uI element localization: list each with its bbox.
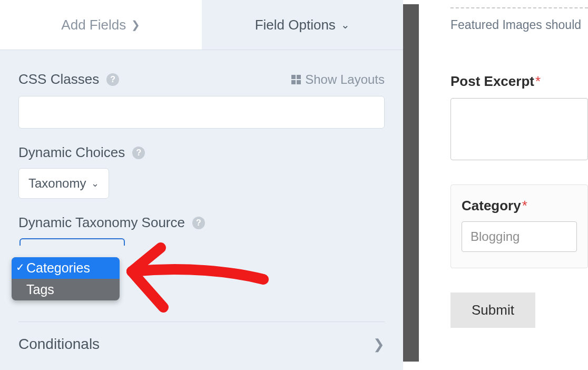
required-star: * [522,198,527,213]
form-preview: Featured Images should Post Excerpt* Cat… [419,0,588,370]
panel-body: CSS Classes ? Show Layouts Dynamic Choic… [0,50,403,366]
chevron-down-icon: ⌄ [341,18,350,31]
panel-gap [403,0,419,370]
chevron-right-icon: ❯ [373,336,385,353]
dynamic-taxonomy-source-select[interactable] [19,238,125,246]
dashed-placeholder [450,3,588,8]
featured-images-hint: Featured Images should [450,18,588,32]
chevron-right-icon: ❯ [131,18,140,31]
required-star: * [535,73,541,89]
field-options-panel: Add Fields ❯ Field Options ⌄ CSS Classes… [0,0,403,370]
category-value: Blogging [471,229,520,244]
help-icon[interactable]: ? [106,73,119,86]
post-excerpt-textarea[interactable] [450,98,588,160]
dynamic-choices-select[interactable]: Taxonomy ⌄ [18,168,109,199]
css-classes-label: CSS Classes [18,71,99,87]
show-layouts-button[interactable]: Show Layouts [291,72,385,87]
taxonomy-source-dropdown: Categories Tags [12,257,120,300]
dropdown-option-categories[interactable]: Categories [12,257,120,279]
tab-field-options[interactable]: Field Options ⌄ [202,0,404,50]
tab-add-fields[interactable]: Add Fields ❯ [0,0,202,50]
post-excerpt-label: Post Excerpt [450,73,534,89]
tabs: Add Fields ❯ Field Options ⌄ [0,0,403,50]
dynamic-taxonomy-source-label: Dynamic Taxonomy Source [18,215,185,231]
conditionals-row[interactable]: Conditionals ❯ [18,322,385,366]
tab-label: Field Options [255,17,336,33]
grid-icon [291,75,301,84]
category-field-box: Category* Blogging [450,184,588,268]
css-classes-input[interactable] [18,96,385,129]
submit-button[interactable]: Submit [450,293,535,328]
category-label: Category [462,198,521,213]
tab-label: Add Fields [61,17,126,33]
conditionals-label: Conditionals [18,336,100,353]
dynamic-choices-value: Taxonomy [28,176,86,191]
chevron-down-icon: ⌄ [91,178,99,189]
category-select[interactable]: Blogging [462,221,577,252]
show-layouts-label: Show Layouts [305,72,385,87]
help-icon[interactable]: ? [132,147,145,159]
help-icon[interactable]: ? [192,217,205,229]
dropdown-option-tags[interactable]: Tags [12,279,120,300]
dynamic-choices-label: Dynamic Choices [18,144,125,161]
